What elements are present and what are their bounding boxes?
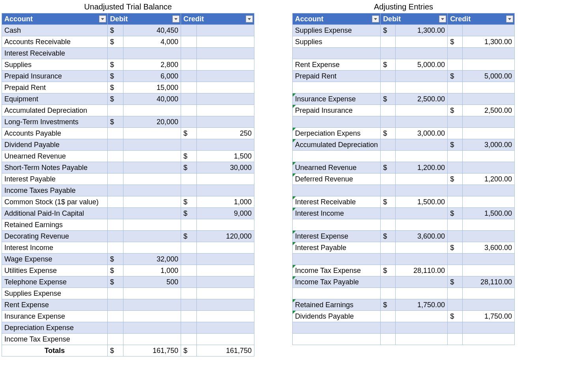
filter-icon[interactable] bbox=[99, 15, 106, 22]
cell-account[interactable]: Prepaid Rent bbox=[293, 71, 381, 82]
currency-symbol[interactable] bbox=[448, 196, 463, 208]
currency-symbol[interactable] bbox=[108, 288, 123, 299]
cell-credit[interactable] bbox=[197, 174, 254, 185]
cell-debit[interactable] bbox=[396, 139, 448, 151]
currency-symbol[interactable]: $ bbox=[108, 82, 123, 93]
cell-credit[interactable] bbox=[463, 48, 515, 59]
currency-symbol[interactable] bbox=[381, 185, 396, 196]
currency-symbol[interactable]: $ bbox=[108, 59, 123, 71]
cell-credit[interactable] bbox=[197, 185, 254, 196]
cell-credit[interactable] bbox=[197, 254, 254, 265]
currency-symbol[interactable]: $ bbox=[108, 36, 123, 48]
cell-debit[interactable] bbox=[396, 151, 448, 162]
currency-symbol[interactable] bbox=[181, 48, 197, 59]
cell-debit[interactable]: 1,300.00 bbox=[396, 25, 448, 36]
cell-account[interactable]: Interest Income bbox=[293, 208, 381, 219]
currency-symbol[interactable] bbox=[181, 116, 197, 128]
currency-symbol[interactable] bbox=[108, 322, 123, 334]
currency-symbol[interactable]: $ bbox=[381, 231, 396, 242]
cell-debit[interactable]: 1,750.00 bbox=[396, 299, 448, 311]
cell-credit[interactable] bbox=[463, 59, 515, 71]
currency-symbol[interactable] bbox=[108, 48, 123, 59]
cell-debit[interactable] bbox=[123, 48, 181, 59]
currency-symbol[interactable]: $ bbox=[448, 174, 463, 185]
cell-credit[interactable]: 120,000 bbox=[197, 231, 254, 242]
cell-account[interactable]: Derpeciation Expens bbox=[293, 128, 381, 139]
currency-symbol[interactable] bbox=[108, 174, 123, 185]
currency-symbol[interactable]: $ bbox=[108, 25, 123, 36]
currency-symbol[interactable] bbox=[108, 185, 123, 196]
cell-account[interactable] bbox=[293, 322, 381, 334]
cell-account[interactable] bbox=[293, 151, 381, 162]
currency-symbol[interactable] bbox=[381, 116, 396, 128]
cell-credit[interactable] bbox=[463, 231, 515, 242]
filter-icon[interactable] bbox=[506, 15, 513, 22]
currency-symbol[interactable] bbox=[181, 334, 197, 345]
currency-symbol[interactable] bbox=[381, 151, 396, 162]
cell-debit[interactable]: 3,000.00 bbox=[396, 128, 448, 139]
currency-symbol[interactable] bbox=[108, 128, 123, 139]
cell-debit[interactable] bbox=[396, 254, 448, 265]
cell-account[interactable]: Supplies bbox=[293, 36, 381, 48]
currency-symbol[interactable] bbox=[181, 93, 197, 105]
cell-credit[interactable] bbox=[197, 242, 254, 254]
cell-debit[interactable]: 3,600.00 bbox=[396, 231, 448, 242]
currency-symbol[interactable]: $ bbox=[181, 151, 197, 162]
currency-symbol[interactable]: $ bbox=[448, 105, 463, 116]
cell-debit[interactable]: 15,000 bbox=[123, 82, 181, 93]
currency-symbol[interactable] bbox=[108, 242, 123, 254]
cell-debit[interactable] bbox=[396, 36, 448, 48]
cell-account[interactable]: Rent Expense bbox=[2, 299, 108, 311]
cell-account[interactable]: Supplies bbox=[2, 59, 108, 71]
cell-debit[interactable] bbox=[123, 185, 181, 196]
cell-credit[interactable] bbox=[197, 36, 254, 48]
cell-account[interactable]: Deferred Revenue bbox=[293, 174, 381, 185]
cell-credit[interactable]: 3,000.00 bbox=[463, 139, 515, 151]
cell-credit[interactable]: 1,300.00 bbox=[463, 36, 515, 48]
cell-credit[interactable]: 5,000.00 bbox=[463, 71, 515, 82]
cell-debit[interactable] bbox=[123, 139, 181, 151]
cell-debit[interactable] bbox=[123, 334, 181, 345]
currency-symbol[interactable]: $ bbox=[448, 208, 463, 219]
cell-account[interactable]: Prepaid Insurance bbox=[2, 71, 108, 82]
cell-credit[interactable] bbox=[197, 334, 254, 345]
cell-credit[interactable] bbox=[197, 59, 254, 71]
currency-symbol[interactable] bbox=[181, 265, 197, 276]
cell-account[interactable]: Prepaid Insurance bbox=[293, 105, 381, 116]
cell-account[interactable]: Interest Payable bbox=[293, 242, 381, 254]
cell-credit[interactable] bbox=[463, 93, 515, 105]
cell-account[interactable]: Supplies Expense bbox=[2, 288, 108, 299]
currency-symbol[interactable] bbox=[381, 334, 396, 345]
currency-symbol[interactable] bbox=[181, 288, 197, 299]
cell-debit[interactable] bbox=[396, 116, 448, 128]
currency-symbol[interactable] bbox=[381, 82, 396, 93]
cell-credit[interactable] bbox=[197, 288, 254, 299]
currency-symbol[interactable]: $ bbox=[381, 162, 396, 174]
cell-account[interactable]: Insurance Expense bbox=[293, 93, 381, 105]
currency-symbol[interactable] bbox=[181, 25, 197, 36]
currency-symbol[interactable]: $ bbox=[381, 299, 396, 311]
cell-credit[interactable] bbox=[463, 254, 515, 265]
currency-symbol[interactable]: $ bbox=[381, 25, 396, 36]
cell-debit[interactable] bbox=[123, 219, 181, 231]
cell-credit[interactable] bbox=[197, 322, 254, 334]
totals-label[interactable]: Totals bbox=[2, 345, 108, 357]
currency-symbol[interactable] bbox=[181, 276, 197, 288]
currency-symbol[interactable] bbox=[448, 82, 463, 93]
cell-account[interactable] bbox=[293, 116, 381, 128]
filter-icon[interactable] bbox=[439, 15, 446, 22]
col-debit[interactable]: Debit bbox=[381, 13, 448, 25]
currency-symbol[interactable] bbox=[381, 48, 396, 59]
cell-debit[interactable] bbox=[123, 311, 181, 322]
currency-symbol[interactable] bbox=[181, 242, 197, 254]
cell-account[interactable]: Cash bbox=[2, 25, 108, 36]
currency-symbol[interactable]: $ bbox=[181, 196, 197, 208]
cell-debit[interactable] bbox=[123, 242, 181, 254]
cell-account[interactable]: Utilities Expense bbox=[2, 265, 108, 276]
totals-credit[interactable]: 161,750 bbox=[197, 345, 254, 357]
currency-symbol[interactable] bbox=[448, 185, 463, 196]
currency-symbol[interactable] bbox=[381, 36, 396, 48]
currency-symbol[interactable]: $ bbox=[181, 231, 197, 242]
currency-symbol[interactable] bbox=[381, 219, 396, 231]
currency-symbol[interactable]: $ bbox=[381, 265, 396, 276]
